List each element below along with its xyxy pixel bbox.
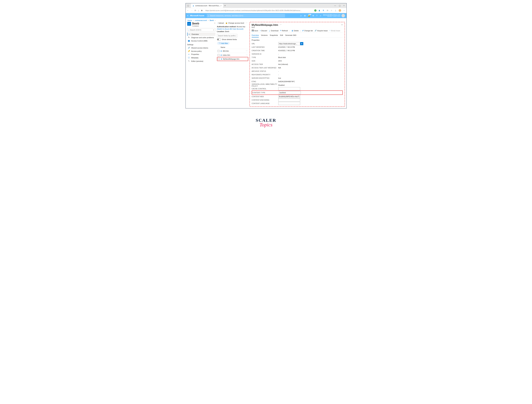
blob-row[interactable]: 🗎404.htm⋯ xyxy=(217,49,248,53)
content-type-input[interactable] xyxy=(279,91,301,94)
nav-icon: 🔗 xyxy=(188,47,190,49)
site-info-icon[interactable]: ⊕ xyxy=(201,9,203,12)
upload-button[interactable]: ↑Upload xyxy=(217,22,224,24)
file-icon: 🗎 xyxy=(220,54,222,56)
blob-row[interactable]: 🗎index.htm⋯ xyxy=(217,53,248,57)
minimize-icon[interactable]: — xyxy=(334,5,336,7)
notifications-icon[interactable]: 🔔20+ xyxy=(308,14,310,17)
cloud-shell-icon[interactable]: ▷ xyxy=(300,14,302,17)
download-button[interactable]: ⭳Download xyxy=(269,30,279,32)
content-encoding-input[interactable] xyxy=(278,98,300,102)
address-bar[interactable]: https://portal.azure.com/#@demouser.cont… xyxy=(204,10,313,11)
new-tab-button[interactable]: + xyxy=(224,4,226,7)
delete-icon: 🗑 xyxy=(291,30,293,32)
sidebar-item-access-control-iam-[interactable]: 👥Access Control (IAM) xyxy=(187,39,215,42)
refresh-icon[interactable]: ⟳ xyxy=(194,9,196,12)
row-more-icon[interactable]: ⋯ xyxy=(246,50,248,52)
row-more-icon[interactable]: ⋯ xyxy=(246,58,247,60)
sidebar-item-metadata[interactable]: ⓘMetadata xyxy=(187,56,215,59)
profile-avatar-icon[interactable] xyxy=(339,9,341,12)
window-close-icon[interactable]: × xyxy=(343,5,344,7)
hamburger-icon[interactable]: ≡ xyxy=(187,14,188,17)
crumb-account[interactable]: contosoaccount xyxy=(195,19,207,21)
azure-logo-icon: ▲ xyxy=(193,5,194,6)
sidebar-item-overview[interactable]: ▭Overview xyxy=(187,32,215,36)
tab-overview[interactable]: Overview xyxy=(252,34,259,37)
close-tab-icon[interactable]: × xyxy=(220,5,221,6)
forward-icon[interactable]: → xyxy=(191,9,193,12)
tab-edit[interactable]: Edit xyxy=(280,34,283,37)
sync-icon[interactable]: ⟳ xyxy=(326,9,329,12)
global-search[interactable]: ⌕ xyxy=(207,14,285,17)
menu-icon[interactable]: ⋯ xyxy=(343,9,345,12)
change-access-button[interactable]: 🔒Change access level xyxy=(225,22,244,24)
home-icon[interactable]: ⌂ xyxy=(198,9,199,12)
crumb-home[interactable]: Home xyxy=(188,19,192,21)
cache-control-input[interactable] xyxy=(278,87,300,90)
sidebar-item-properties[interactable]: ≡Properties xyxy=(187,53,215,56)
tab-snapshots[interactable]: Snapshots xyxy=(270,34,278,37)
close-blade-icon[interactable]: × xyxy=(341,24,342,26)
sidebar-item-editor-preview-[interactable]: ✎Editor (preview) xyxy=(187,59,215,63)
show-deleted-label: Show deleted blobs xyxy=(222,38,237,40)
browser-tab[interactable]: ▲ contosoaccount - Microsoft Azu... × xyxy=(191,3,223,8)
container-nav-pane: ▭ $web Container « ⌕ « ▭Overview✎Diagnos… xyxy=(187,22,215,107)
settings-icon[interactable]: ⚙ xyxy=(312,14,314,17)
blob-detail-blade: MyNewWebpage.htm Blob ⋯ × 💾Save ×Discard… xyxy=(249,22,345,107)
blob-row[interactable]: 🗎MyNewWebpage.htm⋯ xyxy=(217,57,248,61)
maximize-icon[interactable]: ▢ xyxy=(339,5,341,7)
checkbox[interactable] xyxy=(218,50,220,52)
extension-icon[interactable]: A xyxy=(314,9,317,12)
delete-button[interactable]: 🗑Delete xyxy=(291,30,299,32)
feedback-icon[interactable]: ☺ xyxy=(320,14,322,17)
menu-search-input[interactable] xyxy=(190,29,213,31)
blob-more-icon[interactable]: ⋯ xyxy=(280,24,282,26)
help-icon[interactable]: ? xyxy=(316,14,317,17)
downloads-icon[interactable]: ⭳ xyxy=(335,9,337,12)
container-icon: ▭ xyxy=(187,22,191,26)
extension2-icon[interactable]: ▮ xyxy=(318,9,321,12)
avatar-icon[interactable] xyxy=(342,14,345,17)
checkbox[interactable] xyxy=(218,58,220,60)
content-md5-input[interactable] xyxy=(278,95,300,98)
blob-prefix-search[interactable] xyxy=(217,34,237,37)
url-value[interactable] xyxy=(278,42,300,45)
menu-search[interactable]: ⌕ « xyxy=(187,28,215,32)
more-actions-icon[interactable]: ⋯ xyxy=(246,22,247,24)
sidebar-item-diagnose-and-solve-problems[interactable]: ✎Diagnose and solve problems xyxy=(187,36,215,39)
add-filter-button[interactable]: ⁺▽ Add filter xyxy=(217,42,230,45)
copy-url-button[interactable]: ⧉ xyxy=(300,42,303,45)
refresh-icon: ⟳ xyxy=(280,30,281,32)
break-lease-button[interactable]: ⤬Break lease xyxy=(329,30,340,32)
collapse-menu-icon[interactable]: « xyxy=(213,29,214,31)
switch-auth-link[interactable]: (Switch to Azure AD User Account) xyxy=(217,28,243,30)
directories-icon[interactable]: ⊞ xyxy=(304,14,306,17)
sidebar-item-shared-access-tokens[interactable]: 🔗Shared access tokens xyxy=(187,46,215,49)
save-button[interactable]: 💾Save xyxy=(252,30,258,32)
checkbox[interactable] xyxy=(218,54,220,56)
prop-access-tier-lm: ACCESS TIER LAST MODIFIEDN/A xyxy=(252,66,343,70)
sidebar-item-access-policy[interactable]: 🔑Access policy xyxy=(187,49,215,53)
content-language-input[interactable] xyxy=(278,102,300,105)
row-more-icon[interactable]: ⋯ xyxy=(246,54,248,56)
global-search-input[interactable] xyxy=(210,15,284,17)
change-tier-button[interactable]: ⇄Change tier xyxy=(302,30,313,32)
tab-versions[interactable]: Versions xyxy=(261,34,267,37)
file-icon: 🗎 xyxy=(221,58,222,60)
crumb-container[interactable]: $web xyxy=(210,19,214,21)
tab-overview-icon[interactable]: ▢ xyxy=(187,4,190,7)
prop-type: TYPEBlock blob xyxy=(252,56,343,59)
prop-content-type: CONTENT-TYPE xyxy=(252,90,343,95)
tab-generate-sas[interactable]: Generate SAS xyxy=(285,34,297,37)
favorites-icon[interactable]: ☆ xyxy=(330,9,333,12)
back-icon[interactable]: ← xyxy=(187,9,189,12)
collapse-icon[interactable]: « xyxy=(214,22,215,24)
user-account[interactable]: demouser@contoso.com DEFAULT DIRECTORY xyxy=(323,14,340,17)
extension3-icon[interactable]: ♆ xyxy=(322,9,325,12)
show-deleted-toggle[interactable] xyxy=(217,38,221,40)
nav-icon: ✎ xyxy=(188,60,190,62)
acquire-lease-button[interactable]: 🔗Acquire lease xyxy=(315,30,328,32)
refresh-button[interactable]: ⟳Refresh xyxy=(280,30,288,32)
prop-access-tier: ACCESS TIERHot (Inferred) xyxy=(252,63,343,66)
discard-button[interactable]: ×Discard xyxy=(260,30,267,32)
